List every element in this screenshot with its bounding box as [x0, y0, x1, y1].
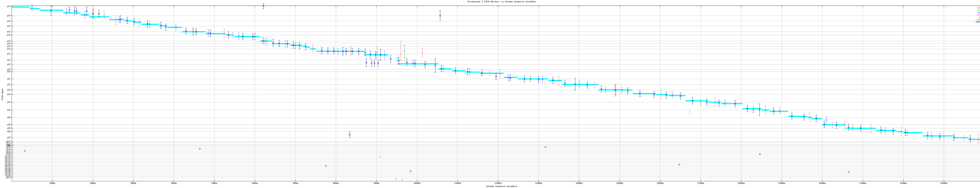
marker-square	[545, 147, 546, 148]
x-tick-label: 10Mbp	[49, 182, 55, 184]
marker-square	[325, 165, 326, 166]
y-tick-label: p25	[7, 5, 11, 8]
marker-square	[199, 148, 200, 149]
x-tick-label: 180Mbp	[738, 182, 745, 184]
y-tick-label: p16	[7, 34, 11, 36]
marker-plus	[689, 111, 690, 112]
x-tick-label: 230Mbp	[940, 182, 947, 184]
legend-label-NCI: NCI	[978, 11, 980, 14]
y-tick-label: q12	[7, 63, 11, 65]
x-tick-label: 160Mbp	[657, 182, 663, 184]
x-tick-label: 120Mbp	[495, 182, 501, 184]
x-tick-label: 210Mbp	[859, 182, 866, 184]
band-segment-p24.3	[63, 12, 81, 14]
x-tick-label: 40Mbp	[171, 182, 177, 184]
plot-frame	[12, 5, 980, 181]
x-tick-label: 130Mbp	[535, 182, 542, 184]
band-segment-p12	[310, 48, 316, 49]
series-SC	[254, 33, 754, 180]
y-tick-label: p23	[7, 20, 11, 22]
x-tick-label: 50Mbp	[212, 182, 217, 184]
legend-label-FHCRC: FHCRC	[976, 21, 980, 23]
legend-label-RPCI: RPCI	[977, 14, 980, 16]
band-segment-q14.1	[452, 70, 466, 71]
y-tick-label: p12	[7, 48, 11, 50]
band-segment-q31.1	[686, 100, 708, 101]
plot-border	[12, 5, 980, 181]
y-tick-label: q33	[7, 116, 11, 118]
x-tick-label: 90Mbp	[374, 182, 379, 184]
x-tick-label: 150Mbp	[616, 182, 623, 184]
band-segment-p25.2	[30, 8, 40, 9]
band-segment-q32.1	[743, 108, 762, 109]
band-segment-p24.2	[81, 14, 89, 16]
y-tick-label: q23	[7, 89, 11, 91]
fish-marker-chart-figure: Chromosome 2 FISH Markers vs Genome Sequ…	[0, 0, 980, 188]
band-segment-p11.1	[364, 54, 389, 55]
legend: CSMCLANLNCIRPCISCUCSFFHCRC	[976, 7, 980, 23]
y-tick-label: q37	[7, 136, 11, 139]
band-segment-q34	[822, 124, 846, 125]
band-segment-q33.3	[812, 118, 822, 119]
y-tick-label: chrY	[6, 177, 11, 179]
band-segment-p11.2	[316, 51, 364, 52]
marker-plus	[404, 51, 405, 52]
y-tick-label: q36	[7, 130, 11, 133]
band-segment-p15	[260, 41, 272, 42]
band-segment-q36.3	[904, 132, 923, 133]
y-tick-label: p15	[7, 40, 11, 42]
y-tick-label: p21	[7, 30, 11, 33]
band-segment-q22	[562, 84, 598, 85]
x-tick-label: 100Mbp	[414, 182, 421, 184]
y-tick-label: q32	[7, 109, 11, 111]
x-tick-label: 110Mbp	[454, 182, 461, 184]
legend-label-UCSF: UCSF	[977, 19, 980, 21]
marker-plus	[700, 101, 702, 103]
y-tick-label: q35	[7, 127, 11, 129]
y-tick-label: p11	[7, 53, 11, 55]
legend-label-LANL: LANL	[977, 9, 980, 11]
marker-square	[848, 171, 849, 172]
marker-square	[24, 150, 25, 152]
band-segment-q21.2	[518, 78, 549, 79]
y-tick-label: q14	[7, 71, 11, 73]
band-segment-p22.2	[159, 25, 167, 27]
band-segment-q21.3	[549, 80, 562, 81]
x-tick-label: 60Mbp	[252, 182, 258, 184]
x-tick-label: 70Mbp	[293, 182, 298, 184]
y-tick-label: p13	[7, 45, 11, 47]
band-segment-p23.3	[109, 19, 125, 20]
x-axis-title: Genome Sequence Assembly	[0, 185, 980, 188]
series-CSMC	[93, 9, 979, 158]
band-segment-q12	[397, 63, 439, 65]
legend-label-SC: SC	[979, 16, 980, 18]
band-segment-q11.1	[396, 58, 398, 59]
legend-label-CSMC: CSMC	[977, 7, 980, 9]
series-NCI	[31, 5, 980, 143]
chart-canvas: 10Mbp20Mbp30Mbp40Mbp50Mbp60Mbp70Mbp80Mbp…	[0, 0, 980, 188]
band-segment-p13.1	[306, 47, 310, 48]
band-segment-q37.2	[953, 137, 969, 138]
band-segment-p25.3	[12, 6, 30, 8]
band-segment-p22.3	[142, 24, 159, 25]
x-tick-label: 200Mbp	[819, 182, 826, 184]
y-tick-label: p24	[7, 14, 11, 17]
marker-points	[24, 3, 980, 180]
series-FHCRC	[24, 3, 980, 172]
y-tick-label: p22	[7, 25, 11, 27]
band-segment-q31.3	[721, 103, 743, 104]
axis-ticks: 10Mbp20Mbp30Mbp40Mbp50Mbp60Mbp70Mbp80Mbp…	[5, 5, 980, 184]
band-segment-p23.2	[125, 21, 133, 22]
y-tick-label: q34	[7, 123, 11, 126]
band-segment-p16.3	[205, 33, 226, 34]
band-segment-q36.1	[876, 130, 896, 131]
y-tick-label: p14	[7, 43, 11, 45]
band-segment-q24.1	[633, 93, 656, 94]
marker-diamond	[379, 156, 381, 158]
x-tick-label: 140Mbp	[576, 182, 583, 184]
grid-lines	[12, 5, 980, 181]
x-tick-label: 80Mbp	[333, 182, 339, 184]
y-tick-label: q13	[7, 68, 11, 71]
x-tick-label: 170Mbp	[697, 182, 704, 184]
band-segment-q36.2	[897, 131, 904, 132]
